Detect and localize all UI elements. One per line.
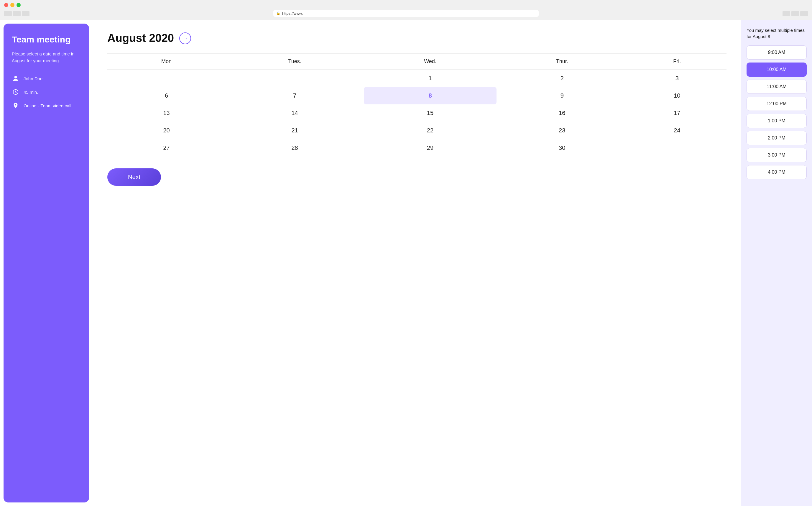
time-slot-item[interactable]: 12:00 PM: [746, 97, 807, 111]
person-icon: [12, 75, 19, 82]
browser-nav-buttons: [4, 11, 29, 16]
time-slot-item[interactable]: 9:00 AM: [746, 46, 807, 60]
calendar-day-cell[interactable]: 9: [497, 87, 628, 104]
calendar-day-cell[interactable]: 28: [225, 139, 364, 157]
calendar-day-cell[interactable]: 23: [497, 122, 628, 139]
close-button[interactable]: [4, 3, 8, 7]
day-header-wed: Wed.: [364, 54, 497, 70]
calendar-day-cell[interactable]: 27: [107, 139, 225, 157]
minimize-button[interactable]: [10, 3, 14, 7]
calendar-empty-cell: [107, 70, 225, 87]
calendar-week-row: 123: [107, 70, 726, 87]
location-item: Online - Zoom video call: [12, 102, 81, 109]
day-header-thur: Thur.: [497, 54, 628, 70]
calendar-day-cell[interactable]: 8: [364, 87, 497, 104]
calendar-day-cell[interactable]: 16: [497, 104, 628, 122]
location-text: Online - Zoom video call: [24, 103, 71, 108]
calendar-table: Mon Tues. Wed. Thur. Fri. 12367891013141…: [107, 53, 726, 157]
time-panel-title: You may select multiple times for August…: [746, 27, 807, 39]
traffic-lights: [4, 3, 808, 7]
share-button[interactable]: [783, 11, 790, 16]
attendee-name: John Doe: [24, 76, 42, 81]
time-slot-item[interactable]: 11:00 AM: [746, 80, 807, 94]
calendar-week-row: 2021222324: [107, 122, 726, 139]
calendar-header-row: Mon Tues. Wed. Thur. Fri.: [107, 54, 726, 70]
location-icon: [12, 102, 19, 109]
refresh-button[interactable]: [22, 11, 29, 16]
calendar-day-cell[interactable]: 3: [628, 70, 726, 87]
time-slot-item[interactable]: 2:00 PM: [746, 131, 807, 145]
calendar-day-cell[interactable]: 24: [628, 122, 726, 139]
time-slots-list: 9:00 AM10:00 AM11:00 AM12:00 PM1:00 PM2:…: [746, 46, 807, 179]
attendee-item: John Doe: [12, 75, 81, 82]
next-button[interactable]: Next: [107, 168, 161, 186]
sidebar-meta: John Doe 45 min. Online - Zoom video cal…: [12, 75, 81, 109]
calendar-day-cell[interactable]: 14: [225, 104, 364, 122]
calendar-week-row: 1314151617: [107, 104, 726, 122]
calendar-week-row: 27282930: [107, 139, 726, 157]
time-slot-item[interactable]: 4:00 PM: [746, 165, 807, 179]
menu-button[interactable]: [800, 11, 808, 16]
main-content: Team meeting Please select a date and ti…: [0, 20, 812, 506]
calendar-day-cell[interactable]: 2: [497, 70, 628, 87]
calendar-empty-cell: [628, 139, 726, 157]
calendar-week-row: 678910: [107, 87, 726, 104]
tabs-button[interactable]: [791, 11, 799, 16]
address-bar[interactable]: 🔒 https://www.: [273, 10, 539, 17]
time-slot-item[interactable]: 1:00 PM: [746, 114, 807, 128]
calendar-day-cell[interactable]: 1: [364, 70, 497, 87]
calendar-day-cell[interactable]: 30: [497, 139, 628, 157]
sidebar-description: Please select a date and time in August …: [12, 51, 81, 64]
calendar-day-cell[interactable]: 13: [107, 104, 225, 122]
browser-chrome: 🔒 https://www.: [0, 0, 812, 20]
calendar-day-cell[interactable]: 20: [107, 122, 225, 139]
forward-button[interactable]: [13, 11, 21, 16]
url-text: https://www.: [282, 11, 303, 16]
browser-toolbar: 🔒 https://www.: [4, 10, 808, 17]
calendar-day-cell[interactable]: 17: [628, 104, 726, 122]
day-header-mon: Mon: [107, 54, 225, 70]
calendar-day-cell[interactable]: 6: [107, 87, 225, 104]
time-slot-item[interactable]: 3:00 PM: [746, 148, 807, 162]
calendar-next-month-button[interactable]: →: [179, 32, 191, 44]
time-panel: You may select multiple times for August…: [741, 20, 812, 506]
calendar-day-cell[interactable]: 10: [628, 87, 726, 104]
calendar-area: August 2020 → Mon Tues. Wed. Thur. Fri. …: [93, 20, 741, 506]
calendar-day-cell[interactable]: 15: [364, 104, 497, 122]
calendar-header: August 2020 →: [107, 32, 726, 45]
sidebar: Team meeting Please select a date and ti…: [4, 23, 89, 502]
maximize-button[interactable]: [16, 3, 21, 7]
calendar-day-cell[interactable]: 7: [225, 87, 364, 104]
day-header-fri: Fri.: [628, 54, 726, 70]
time-slot-item[interactable]: 10:00 AM: [746, 63, 807, 77]
day-header-tues: Tues.: [225, 54, 364, 70]
browser-actions: [783, 11, 808, 16]
duration-text: 45 min.: [24, 90, 38, 95]
lock-icon: 🔒: [276, 11, 280, 15]
duration-item: 45 min.: [12, 88, 81, 96]
sidebar-title: Team meeting: [12, 34, 81, 45]
clock-icon: [12, 88, 19, 96]
calendar-day-cell[interactable]: 21: [225, 122, 364, 139]
calendar-empty-cell: [225, 70, 364, 87]
calendar-day-cell[interactable]: 29: [364, 139, 497, 157]
back-button[interactable]: [4, 11, 12, 16]
calendar-day-cell[interactable]: 22: [364, 122, 497, 139]
calendar-title: August 2020: [107, 32, 174, 45]
